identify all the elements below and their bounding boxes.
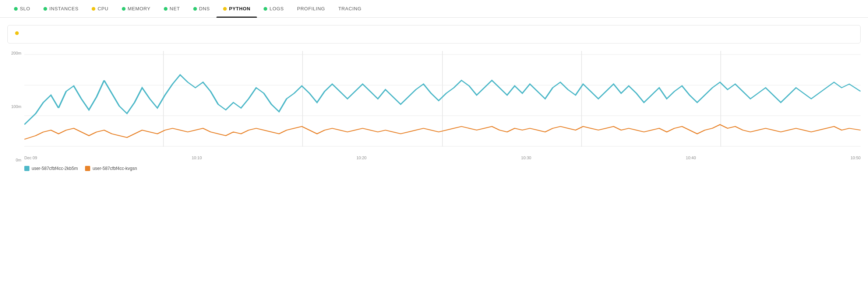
x-axis-label: 10:30 — [521, 156, 532, 160]
nav-tab-dns[interactable]: DNS — [187, 0, 216, 17]
net-label: NET — [170, 6, 180, 11]
nav-tab-slo[interactable]: SLO — [7, 0, 37, 17]
net-dot — [164, 7, 167, 11]
chart-container: 200m100m0m — [7, 51, 861, 171]
tracing-label: TRACING — [338, 6, 361, 11]
nav-tabs: SLOINSTANCESCPUMEMORYNETDNSPYTHONLOGSPRO… — [0, 0, 868, 18]
line-chart-svg — [24, 51, 861, 154]
profiling-label: PROFILING — [297, 6, 325, 11]
alert-card — [7, 25, 861, 43]
nav-tab-profiling[interactable]: PROFILING — [290, 0, 332, 17]
logs-label: LOGS — [269, 6, 284, 11]
nav-tab-python[interactable]: PYTHON — [216, 0, 257, 17]
memory-label: MEMORY — [128, 6, 151, 11]
legend-item-user2: user-587cfbf4cc-kvgsn — [85, 166, 137, 171]
y-axis-label: 0m — [16, 158, 21, 162]
dns-dot — [193, 7, 197, 11]
python-label: PYTHON — [229, 6, 250, 11]
chart-inner: Dec 0910:1010:2010:3010:4010:50 user-587… — [24, 51, 861, 171]
legend-color-user2 — [85, 166, 90, 171]
nav-tab-instances[interactable]: INSTANCES — [37, 0, 85, 17]
memory-dot — [122, 7, 126, 11]
legend-label-user1: user-587cfbf4cc-2kb5m — [32, 166, 78, 171]
legend-color-user1 — [24, 166, 29, 171]
alert-title — [15, 31, 853, 35]
chart-svg — [24, 51, 861, 154]
x-axis-label: 10:50 — [850, 156, 861, 160]
slo-dot — [14, 7, 18, 11]
legend-item-user1: user-587cfbf4cc-2kb5m — [24, 166, 78, 171]
cpu-dot — [92, 7, 95, 11]
y-axis-label: 100m — [11, 104, 21, 109]
x-axis-label: 10:10 — [192, 156, 202, 160]
nav-tab-memory[interactable]: MEMORY — [115, 0, 157, 17]
dns-label: DNS — [199, 6, 210, 11]
alert-dot — [15, 31, 19, 35]
x-axis-label: Dec 09 — [24, 156, 37, 160]
x-axis-label: 10:40 — [686, 156, 696, 160]
logs-dot — [264, 7, 267, 11]
legend: user-587cfbf4cc-2kb5m user-587cfbf4cc-kv… — [24, 166, 861, 171]
instances-dot — [43, 7, 47, 11]
chart-wrap: 200m100m0m — [7, 51, 861, 171]
nav-tab-logs[interactable]: LOGS — [257, 0, 290, 17]
nav-tab-cpu[interactable]: CPU — [85, 0, 115, 17]
instances-label: INSTANCES — [49, 6, 78, 11]
x-axis: Dec 0910:1010:2010:3010:4010:50 — [24, 154, 861, 160]
legend-label-user2: user-587cfbf4cc-kvgsn — [92, 166, 137, 171]
x-axis-label: 10:20 — [356, 156, 367, 160]
nav-tab-net[interactable]: NET — [157, 0, 187, 17]
cpu-label: CPU — [98, 6, 108, 11]
y-axis-label: 200m — [11, 51, 21, 55]
y-axis: 200m100m0m — [7, 51, 24, 171]
slo-label: SLO — [20, 6, 30, 11]
nav-tab-tracing[interactable]: TRACING — [332, 0, 368, 17]
python-dot — [223, 7, 227, 11]
